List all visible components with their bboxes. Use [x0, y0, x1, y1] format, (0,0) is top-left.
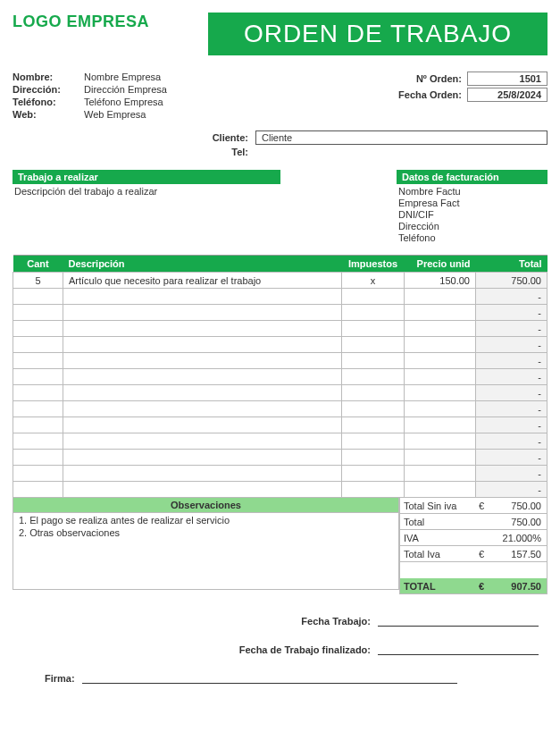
end-date-line[interactable] [378, 643, 539, 655]
item-unit[interactable] [405, 466, 476, 482]
order-info-block: Nº Orden:1501 Fecha Orden:25/8/2024 [398, 72, 547, 122]
item-tax[interactable] [342, 353, 405, 369]
company-logo: LOGO EMPRESA [13, 13, 149, 31]
item-total[interactable]: - [476, 466, 547, 482]
item-qty[interactable] [13, 433, 63, 450]
item-total[interactable]: - [476, 321, 547, 337]
item-tax[interactable] [342, 369, 405, 385]
item-desc[interactable] [63, 433, 342, 450]
total-label: Total [400, 517, 475, 527]
item-qty[interactable] [13, 401, 63, 417]
item-desc[interactable] [63, 450, 342, 466]
item-qty[interactable] [13, 321, 63, 337]
item-tax[interactable] [342, 337, 405, 353]
subtotal-label: Total Sin iva [400, 501, 475, 511]
item-total[interactable]: - [476, 289, 547, 305]
item-total[interactable]: - [476, 337, 547, 353]
item-qty[interactable] [13, 353, 63, 369]
item-qty[interactable] [13, 450, 63, 466]
client-input[interactable]: Cliente [255, 130, 547, 145]
observations-header: Observaciones [13, 498, 399, 513]
company-phone-label: Teléfono: [13, 97, 84, 107]
order-number-label: Nº Orden: [416, 73, 462, 84]
company-name-value: Nombre Empresa [84, 72, 161, 82]
item-qty[interactable] [13, 305, 63, 321]
item-unit[interactable] [405, 289, 476, 305]
item-unit[interactable] [405, 433, 476, 450]
item-qty[interactable] [13, 482, 63, 498]
item-tax[interactable] [342, 450, 405, 466]
item-unit[interactable] [405, 369, 476, 385]
item-desc[interactable]: Artículo que necesito para realizar el t… [63, 273, 342, 289]
item-total[interactable]: - [476, 401, 547, 417]
item-desc[interactable] [63, 321, 342, 337]
item-tax[interactable] [342, 305, 405, 321]
item-desc[interactable] [63, 369, 342, 385]
item-desc[interactable] [63, 337, 342, 353]
order-date-value[interactable]: 25/8/2024 [467, 88, 547, 102]
item-qty[interactable] [13, 289, 63, 305]
item-tax[interactable] [342, 433, 405, 450]
billing-line: Nombre Factu [398, 186, 546, 197]
item-total[interactable]: 750.00 [476, 273, 547, 289]
item-total[interactable]: - [476, 385, 547, 401]
item-tax[interactable] [342, 401, 405, 417]
item-total[interactable]: - [476, 482, 547, 498]
item-unit[interactable] [405, 305, 476, 321]
item-unit[interactable] [405, 337, 476, 353]
item-tax[interactable] [342, 385, 405, 401]
company-web-label: Web: [13, 109, 84, 120]
item-unit[interactable] [405, 385, 476, 401]
item-unit[interactable] [405, 482, 476, 498]
item-tax[interactable] [342, 321, 405, 337]
item-unit[interactable] [405, 321, 476, 337]
item-desc[interactable] [63, 417, 342, 433]
signature-line[interactable] [82, 671, 457, 684]
order-date-label: Fecha Orden: [398, 89, 462, 100]
totals-block: Total Sin iva € 750.00 Total 750.00 IVA … [399, 498, 547, 594]
item-tax[interactable] [342, 289, 405, 305]
item-qty[interactable] [13, 369, 63, 385]
item-total[interactable]: - [476, 369, 547, 385]
item-tax[interactable] [342, 466, 405, 482]
item-qty[interactable] [13, 417, 63, 433]
billing-section-body: Nombre Factu Empresa Fact DNI/CIF Direcc… [397, 184, 547, 246]
item-qty[interactable] [13, 337, 63, 353]
item-unit[interactable] [405, 353, 476, 369]
item-unit[interactable]: 150.00 [405, 273, 476, 289]
item-desc[interactable] [63, 289, 342, 305]
client-label: Cliente: [13, 132, 255, 143]
item-total[interactable]: - [476, 450, 547, 466]
item-tax[interactable] [342, 417, 405, 433]
item-desc[interactable] [63, 353, 342, 369]
item-unit[interactable] [405, 401, 476, 417]
item-desc[interactable] [63, 305, 342, 321]
item-tax[interactable] [342, 482, 405, 498]
signature-label: Firma: [45, 673, 75, 684]
item-qty[interactable]: 5 [13, 273, 63, 289]
item-total[interactable]: - [476, 417, 547, 433]
work-date-line[interactable] [378, 614, 539, 627]
table-row: - [13, 305, 547, 321]
item-desc[interactable] [63, 385, 342, 401]
table-row: - [13, 353, 547, 369]
item-tax[interactable]: x [342, 273, 405, 289]
table-row: - [13, 337, 547, 353]
item-desc[interactable] [63, 482, 342, 498]
item-qty[interactable] [13, 385, 63, 401]
item-unit[interactable] [405, 450, 476, 466]
grandtotal-currency: € [475, 581, 488, 592]
col-total: Total [476, 256, 547, 273]
item-desc[interactable] [63, 401, 342, 417]
table-row: - [13, 466, 547, 482]
item-total[interactable]: - [476, 433, 547, 450]
order-number-value[interactable]: 1501 [467, 72, 547, 86]
iva-value: 21.000% [488, 533, 547, 543]
item-desc[interactable] [63, 466, 342, 482]
item-total[interactable]: - [476, 305, 547, 321]
item-qty[interactable] [13, 466, 63, 482]
item-total[interactable]: - [476, 353, 547, 369]
iva-label: IVA [400, 533, 475, 543]
grandtotal-label: TOTAL [400, 581, 475, 592]
item-unit[interactable] [405, 417, 476, 433]
